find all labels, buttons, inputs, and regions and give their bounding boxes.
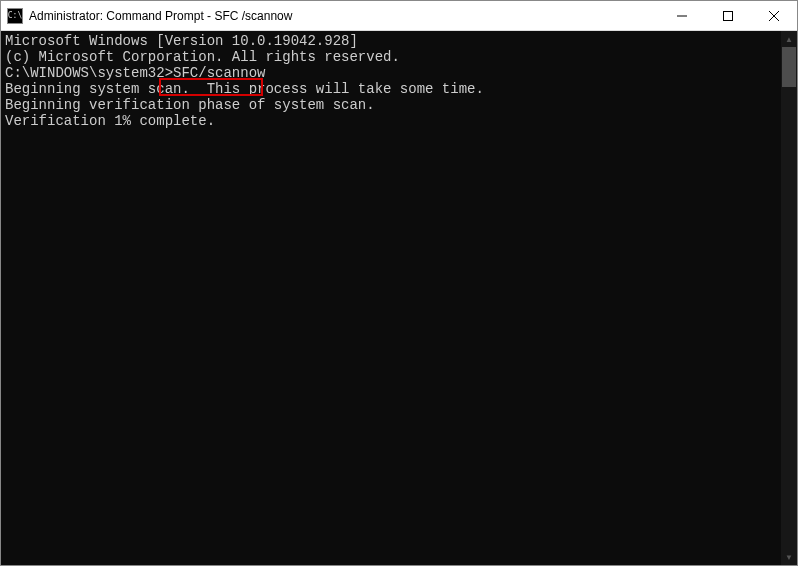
maximize-icon — [723, 11, 733, 21]
prompt-line: C:\WINDOWS\system32>SFC/scannow — [5, 65, 777, 81]
titlebar[interactable]: C:\ Administrator: Command Prompt - SFC … — [1, 1, 797, 31]
scroll-thumb[interactable] — [782, 47, 796, 87]
cmd-icon: C:\ — [7, 8, 23, 24]
terminal-area: Microsoft Windows [Version 10.0.19042.92… — [1, 31, 797, 565]
command-text: SFC/scannow — [173, 65, 265, 81]
minimize-icon — [677, 11, 687, 21]
scan-begin-line: Beginning system scan. This process will… — [5, 81, 777, 97]
prompt-path: C:\WINDOWS\system32> — [5, 65, 173, 81]
scrollbar[interactable]: ▲ ▼ — [781, 31, 797, 565]
copyright-line: (c) Microsoft Corporation. All rights re… — [5, 49, 777, 65]
window-title: Administrator: Command Prompt - SFC /sca… — [29, 9, 659, 23]
scroll-up-icon[interactable]: ▲ — [781, 31, 797, 47]
progress-line: Verification 1% complete. — [5, 113, 777, 129]
svg-rect-1 — [724, 12, 733, 21]
terminal-output[interactable]: Microsoft Windows [Version 10.0.19042.92… — [1, 31, 781, 565]
scroll-down-icon[interactable]: ▼ — [781, 549, 797, 565]
version-line: Microsoft Windows [Version 10.0.19042.92… — [5, 33, 777, 49]
maximize-button[interactable] — [705, 1, 751, 31]
close-icon — [769, 11, 779, 21]
minimize-button[interactable] — [659, 1, 705, 31]
window-controls — [659, 1, 797, 30]
close-button[interactable] — [751, 1, 797, 31]
verification-begin-line: Beginning verification phase of system s… — [5, 97, 777, 113]
